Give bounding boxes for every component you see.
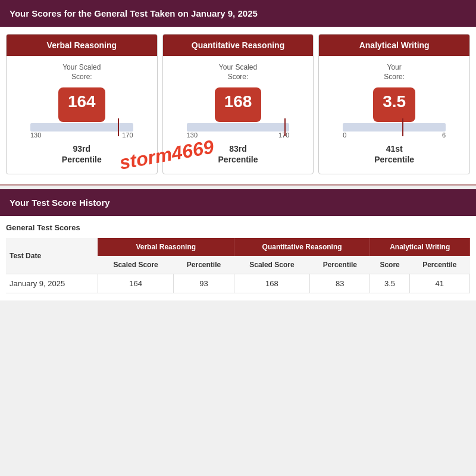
quant-percentile-col: Percentile	[310, 256, 370, 274]
row-date: January 9, 2025	[6, 274, 98, 293]
verbal-percentile-col: Percentile	[174, 256, 234, 274]
verbal-card-header: Verbal Reasoning	[7, 35, 157, 56]
history-header: Your Test Score History	[0, 189, 476, 216]
verbal-card-body: Your ScaledScore: 164 130 170 93rd Perce…	[7, 56, 157, 174]
quant-percentile: 83rd Percentile	[169, 143, 308, 165]
quant-scaled-score-col: Scaled Score	[234, 256, 310, 274]
writing-card-label: Analytical Writing	[359, 40, 430, 50]
quant-range-bar-wrapper: 130 170	[175, 123, 302, 139]
row-writing-pct: 41	[409, 274, 469, 293]
quant-reasoning-card: Quantitative Reasoning Your ScaledScore:…	[162, 34, 314, 174]
row-verbal-pct: 93	[174, 274, 234, 293]
score-cards-row: Verbal Reasoning Your ScaledScore: 164 1…	[6, 34, 470, 174]
general-test-label: General Test Scores	[6, 223, 470, 232]
row-quant-pct: 83	[310, 274, 370, 293]
row-quant-score: 168	[234, 274, 310, 293]
history-table: Test Date Verbal Reasoning Quantitative …	[6, 238, 470, 293]
history-title: Your Test Score History	[10, 198, 110, 208]
writing-percentile-col: Percentile	[409, 256, 469, 274]
writing-range-bar-wrapper: 0 6	[331, 123, 458, 139]
quant-card-header: Quantitative Reasoning	[163, 35, 314, 56]
verbal-scaled-score-col: Scaled Score	[98, 256, 174, 274]
writing-card-header: Analytical Writing	[319, 35, 469, 56]
col-writing-header: Analytical Writing	[370, 238, 470, 256]
history-section: General Test Scores Test Date Verbal Rea…	[0, 216, 476, 300]
verbal-range-bar-wrapper: 130 170	[18, 123, 145, 139]
writing-range-labels: 0 6	[343, 131, 446, 139]
row-writing-score: 3.5	[370, 274, 409, 293]
verbal-card-label: Verbal Reasoning	[47, 40, 117, 50]
quant-score-badge: 168	[215, 87, 262, 122]
row-verbal-score: 164	[98, 274, 174, 293]
verbal-score-label: Your ScaledScore:	[12, 63, 151, 82]
quant-range-labels: 130 170	[187, 131, 290, 139]
col-test-date: Test Date	[6, 238, 98, 274]
page-header: Your Scores for the General Test Taken o…	[0, 0, 476, 27]
quant-card-label: Quantitative Reasoning	[192, 40, 284, 50]
writing-score-col: Score	[370, 256, 409, 274]
quant-card-body: Your ScaledScore: 168 130 170 83rd Perce…	[163, 56, 314, 174]
writing-percentile: 41st Percentile	[325, 143, 464, 165]
writing-range-bar	[343, 123, 446, 131]
scores-section: Verbal Reasoning Your ScaledScore: 164 1…	[0, 27, 476, 186]
col-quant-header: Quantitative Reasoning	[234, 238, 370, 256]
verbal-score-badge: 164	[58, 87, 105, 122]
verbal-percentile: 93rd Percentile	[12, 143, 151, 165]
writing-card-body: YourScore: 3.5 0 6 41st Percentile	[319, 56, 469, 174]
col-verbal-header: Verbal Reasoning	[98, 238, 234, 256]
verbal-reasoning-card: Verbal Reasoning Your ScaledScore: 164 1…	[6, 34, 158, 174]
quant-score-label: Your ScaledScore:	[169, 63, 308, 82]
header-title: Your Scores for the General Test Taken o…	[10, 8, 258, 18]
writing-score-badge: 3.5	[373, 87, 415, 122]
writing-card: Analytical Writing YourScore: 3.5 0 6	[318, 34, 470, 174]
quant-range-bar	[187, 123, 290, 131]
writing-score-label: YourScore:	[325, 63, 464, 82]
verbal-range-bar	[30, 123, 133, 131]
table-row: January 9, 2025 164 93 168 83 3.5 41	[6, 274, 470, 293]
